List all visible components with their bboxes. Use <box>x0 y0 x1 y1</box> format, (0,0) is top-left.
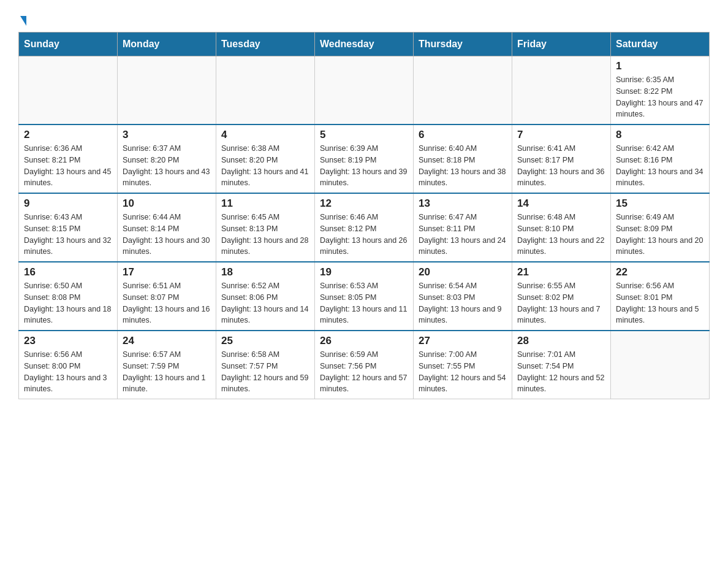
calendar-cell: 20Sunrise: 6:54 AM Sunset: 8:03 PM Dayli… <box>414 262 512 331</box>
calendar-cell: 4Sunrise: 6:38 AM Sunset: 8:20 PM Daylig… <box>216 124 315 193</box>
day-info: Sunrise: 6:44 AM Sunset: 8:14 PM Dayligh… <box>123 212 211 258</box>
calendar-cell: 5Sunrise: 6:39 AM Sunset: 8:19 PM Daylig… <box>315 124 414 193</box>
weekday-header-monday: Monday <box>118 33 216 56</box>
day-info: Sunrise: 6:57 AM Sunset: 7:59 PM Dayligh… <box>123 349 211 395</box>
day-number: 7 <box>517 129 605 141</box>
day-number: 18 <box>221 266 309 278</box>
calendar-week-row: 9Sunrise: 6:43 AM Sunset: 8:15 PM Daylig… <box>19 193 710 262</box>
calendar-cell: 14Sunrise: 6:48 AM Sunset: 8:10 PM Dayli… <box>512 193 611 262</box>
day-info: Sunrise: 6:37 AM Sunset: 8:20 PM Dayligh… <box>123 143 211 189</box>
day-info: Sunrise: 6:50 AM Sunset: 8:08 PM Dayligh… <box>24 280 112 326</box>
day-number: 20 <box>419 266 507 278</box>
day-info: Sunrise: 6:51 AM Sunset: 8:07 PM Dayligh… <box>123 280 211 326</box>
day-info: Sunrise: 6:54 AM Sunset: 8:03 PM Dayligh… <box>419 280 507 326</box>
calendar-cell: 25Sunrise: 6:58 AM Sunset: 7:57 PM Dayli… <box>216 331 315 399</box>
day-info: Sunrise: 6:36 AM Sunset: 8:21 PM Dayligh… <box>24 143 112 189</box>
day-number: 5 <box>320 129 408 141</box>
day-info: Sunrise: 6:35 AM Sunset: 8:22 PM Dayligh… <box>616 74 704 120</box>
day-info: Sunrise: 6:47 AM Sunset: 8:11 PM Dayligh… <box>419 212 507 258</box>
day-info: Sunrise: 6:53 AM Sunset: 8:05 PM Dayligh… <box>320 280 408 326</box>
calendar-header-row: SundayMondayTuesdayWednesdayThursdayFrid… <box>19 33 710 56</box>
day-number: 13 <box>419 197 507 210</box>
calendar-week-row: 23Sunrise: 6:56 AM Sunset: 8:00 PM Dayli… <box>19 331 710 399</box>
day-info: Sunrise: 6:58 AM Sunset: 7:57 PM Dayligh… <box>221 349 309 395</box>
calendar-cell: 1Sunrise: 6:35 AM Sunset: 8:22 PM Daylig… <box>611 56 710 125</box>
calendar-week-row: 16Sunrise: 6:50 AM Sunset: 8:08 PM Dayli… <box>19 262 710 331</box>
day-number: 9 <box>24 197 112 210</box>
weekday-header-wednesday: Wednesday <box>315 33 414 56</box>
calendar-week-row: 2Sunrise: 6:36 AM Sunset: 8:21 PM Daylig… <box>19 124 710 193</box>
day-number: 26 <box>320 335 408 347</box>
day-info: Sunrise: 7:00 AM Sunset: 7:55 PM Dayligh… <box>419 349 507 395</box>
day-info: Sunrise: 6:40 AM Sunset: 8:18 PM Dayligh… <box>419 143 507 189</box>
day-number: 17 <box>123 266 211 278</box>
day-info: Sunrise: 6:49 AM Sunset: 8:09 PM Dayligh… <box>616 212 704 258</box>
weekday-header-sunday: Sunday <box>19 33 118 56</box>
day-info: Sunrise: 6:45 AM Sunset: 8:13 PM Dayligh… <box>221 212 309 258</box>
calendar-cell: 9Sunrise: 6:43 AM Sunset: 8:15 PM Daylig… <box>19 193 118 262</box>
day-number: 6 <box>419 129 507 141</box>
weekday-header-friday: Friday <box>512 33 611 56</box>
calendar-cell: 2Sunrise: 6:36 AM Sunset: 8:21 PM Daylig… <box>19 124 118 193</box>
day-number: 22 <box>616 266 704 278</box>
calendar-cell: 24Sunrise: 6:57 AM Sunset: 7:59 PM Dayli… <box>118 331 216 399</box>
day-number: 3 <box>123 129 211 141</box>
day-number: 8 <box>616 129 704 141</box>
calendar-cell: 22Sunrise: 6:56 AM Sunset: 8:01 PM Dayli… <box>611 262 710 331</box>
logo <box>18 12 26 26</box>
day-info: Sunrise: 6:41 AM Sunset: 8:17 PM Dayligh… <box>517 143 605 189</box>
day-number: 11 <box>221 197 309 210</box>
page-header <box>18 12 710 26</box>
calendar-cell: 6Sunrise: 6:40 AM Sunset: 8:18 PM Daylig… <box>414 124 512 193</box>
calendar-cell: 28Sunrise: 7:01 AM Sunset: 7:54 PM Dayli… <box>512 331 611 399</box>
day-info: Sunrise: 6:46 AM Sunset: 8:12 PM Dayligh… <box>320 212 408 258</box>
calendar-cell: 27Sunrise: 7:00 AM Sunset: 7:55 PM Dayli… <box>414 331 512 399</box>
day-number: 28 <box>517 335 605 347</box>
weekday-header-thursday: Thursday <box>414 33 512 56</box>
weekday-header-saturday: Saturday <box>611 33 710 56</box>
day-number: 19 <box>320 266 408 278</box>
weekday-header-tuesday: Tuesday <box>216 33 315 56</box>
day-number: 24 <box>123 335 211 347</box>
calendar-cell: 16Sunrise: 6:50 AM Sunset: 8:08 PM Dayli… <box>19 262 118 331</box>
calendar-cell: 12Sunrise: 6:46 AM Sunset: 8:12 PM Dayli… <box>315 193 414 262</box>
calendar-cell <box>216 56 315 125</box>
calendar-cell: 3Sunrise: 6:37 AM Sunset: 8:20 PM Daylig… <box>118 124 216 193</box>
day-info: Sunrise: 6:55 AM Sunset: 8:02 PM Dayligh… <box>517 280 605 326</box>
day-number: 2 <box>24 129 112 141</box>
calendar-cell <box>118 56 216 125</box>
calendar-cell: 18Sunrise: 6:52 AM Sunset: 8:06 PM Dayli… <box>216 262 315 331</box>
calendar-cell: 17Sunrise: 6:51 AM Sunset: 8:07 PM Dayli… <box>118 262 216 331</box>
day-info: Sunrise: 6:56 AM Sunset: 8:01 PM Dayligh… <box>616 280 704 326</box>
calendar-cell: 11Sunrise: 6:45 AM Sunset: 8:13 PM Dayli… <box>216 193 315 262</box>
calendar-cell <box>19 56 118 125</box>
logo-general-text <box>18 12 26 26</box>
calendar-week-row: 1Sunrise: 6:35 AM Sunset: 8:22 PM Daylig… <box>19 56 710 125</box>
calendar-cell: 8Sunrise: 6:42 AM Sunset: 8:16 PM Daylig… <box>611 124 710 193</box>
day-number: 10 <box>123 197 211 210</box>
calendar-cell: 7Sunrise: 6:41 AM Sunset: 8:17 PM Daylig… <box>512 124 611 193</box>
day-number: 14 <box>517 197 605 210</box>
day-number: 4 <box>221 129 309 141</box>
calendar-cell: 10Sunrise: 6:44 AM Sunset: 8:14 PM Dayli… <box>118 193 216 262</box>
day-number: 23 <box>24 335 112 347</box>
calendar-cell <box>512 56 611 125</box>
calendar-cell: 21Sunrise: 6:55 AM Sunset: 8:02 PM Dayli… <box>512 262 611 331</box>
day-info: Sunrise: 6:42 AM Sunset: 8:16 PM Dayligh… <box>616 143 704 189</box>
calendar-cell <box>315 56 414 125</box>
day-number: 15 <box>616 197 704 210</box>
day-info: Sunrise: 6:43 AM Sunset: 8:15 PM Dayligh… <box>24 212 112 258</box>
day-number: 1 <box>616 60 704 72</box>
calendar-cell: 23Sunrise: 6:56 AM Sunset: 8:00 PM Dayli… <box>19 331 118 399</box>
calendar-table: SundayMondayTuesdayWednesdayThursdayFrid… <box>18 32 710 399</box>
calendar-cell <box>414 56 512 125</box>
calendar-cell <box>611 331 710 399</box>
calendar-cell: 13Sunrise: 6:47 AM Sunset: 8:11 PM Dayli… <box>414 193 512 262</box>
day-info: Sunrise: 6:59 AM Sunset: 7:56 PM Dayligh… <box>320 349 408 395</box>
day-info: Sunrise: 6:52 AM Sunset: 8:06 PM Dayligh… <box>221 280 309 326</box>
day-info: Sunrise: 6:56 AM Sunset: 8:00 PM Dayligh… <box>24 349 112 395</box>
logo-arrow-icon <box>20 16 26 26</box>
day-number: 21 <box>517 266 605 278</box>
day-info: Sunrise: 6:48 AM Sunset: 8:10 PM Dayligh… <box>517 212 605 258</box>
day-number: 27 <box>419 335 507 347</box>
